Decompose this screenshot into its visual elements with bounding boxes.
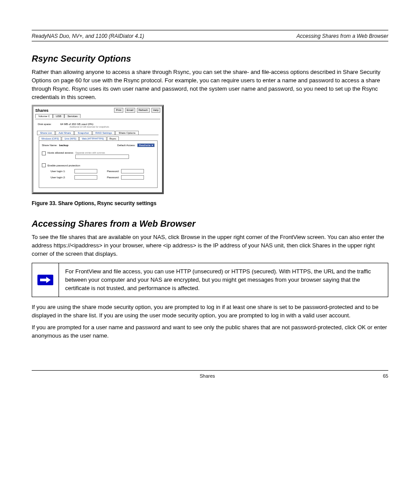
shot-ptab-rsync[interactable]: Rsync: [107, 136, 119, 140]
shot-hosts-label: Hosts allowed access:: [48, 151, 74, 154]
shot-tab-snapshot[interactable]: Snapshot: [74, 131, 92, 135]
shot-password2-input[interactable]: [121, 175, 144, 180]
shot-tab-share-list[interactable]: Share List: [37, 131, 55, 135]
figure-caption: Figure 33. Share Options, Rsync security…: [32, 200, 388, 206]
accessing-shares-p1: To see the file shares that are availabl…: [32, 233, 388, 258]
shot-top-tabs: Volume C USB Services: [35, 114, 160, 118]
shot-share-name-label: Share Name:: [42, 144, 57, 147]
shot-title: Shares: [35, 108, 48, 113]
shot-inner-tabs: Share List Add Share Snapshot RAID Setti…: [37, 131, 158, 135]
shot-protocol-tabs: Windows [CIFS] Unix [NFS] Web [HTTP/HTTP…: [39, 136, 158, 141]
shot-help-button[interactable]: Help: [151, 108, 160, 113]
page-footer: Shares 65: [32, 371, 388, 379]
shot-print-button[interactable]: Print: [114, 108, 123, 113]
section-title-accessing-shares: Accessing Shares from a Web Browser: [32, 219, 388, 229]
note-box: For FrontView and file access, you can u…: [32, 263, 388, 298]
shot-refresh-button[interactable]: Refresh: [137, 108, 150, 113]
shot-tab-share-options[interactable]: Share Options: [115, 131, 138, 135]
shot-tab-usb[interactable]: USB: [53, 114, 64, 118]
header-right: Accessing Shares from a Web Browser: [296, 33, 388, 39]
screenshot-share-options-rsync: Shares Print Email Refresh Help Volume C…: [32, 105, 164, 194]
header-left: ReadyNAS Duo, NV+, and 1100 (RAIDiator 4…: [32, 33, 144, 39]
shot-top-buttons: Print Email Refresh Help: [113, 108, 160, 113]
shot-tab-volume-c[interactable]: Volume C: [35, 114, 53, 118]
shot-tab-services[interactable]: Services: [64, 114, 81, 118]
shot-user-login1-label: User login 1:: [51, 170, 73, 173]
shot-ptab-nfs[interactable]: Unix [NFS]: [62, 136, 79, 140]
shot-email-button[interactable]: Email: [125, 108, 135, 113]
intro-paragraph: Rather than allowing anyone to access a …: [32, 68, 388, 101]
shot-enable-password-checkbox[interactable]: [42, 163, 46, 167]
note-icon-cell: [32, 263, 59, 297]
header-rule-bottom: [32, 41, 388, 41]
shot-default-access-select[interactable]: Read/write: [137, 143, 155, 147]
shot-disk-label: Disk space:: [38, 123, 52, 125]
footer-page-number: 65: [383, 373, 388, 379]
page-header: ReadyNAS Duo, NV+, and 1100 (RAIDiator 4…: [32, 30, 388, 41]
shot-password1-input[interactable]: [121, 169, 144, 173]
accessing-shares-p2: If you are using the share mode security…: [32, 303, 388, 320]
section-title-rsync-security: Rsync Security Options: [32, 54, 388, 64]
shot-password1-label: Password:: [107, 170, 119, 173]
footer-center: Shares: [32, 373, 383, 379]
shot-hosts-hint: Separate entries with commas: [75, 151, 155, 154]
shot-disk-subtext: Additional 10 GB reserved for snapshots: [35, 125, 160, 128]
shot-ptab-http[interactable]: Web [HTTP/HTTPS]: [79, 136, 107, 140]
shot-user-login2-label: User login 2:: [51, 176, 73, 179]
shot-rsync-panel: Share Name: backup Default Access: Read/…: [39, 141, 158, 188]
shot-share-name-value: backup: [59, 144, 68, 147]
shot-user-login1-input[interactable]: [74, 169, 97, 173]
shot-password2-label: Password:: [107, 176, 119, 179]
shot-default-access-label: Default Access:: [117, 144, 135, 147]
shot-tab-raid-settings[interactable]: RAID Settings: [92, 131, 115, 135]
shot-tab-add-share[interactable]: Add Share: [55, 131, 74, 135]
arrow-right-icon: [37, 275, 53, 285]
shot-hosts-input[interactable]: [75, 155, 129, 159]
shot-user-login2-input[interactable]: [74, 175, 97, 180]
shot-ptab-cifs[interactable]: Windows [CIFS]: [39, 136, 61, 140]
shot-enable-password-label: Enable password protection: [48, 164, 80, 167]
accessing-shares-p3: If you are prompted for a user name and …: [32, 324, 388, 340]
shot-hosts-checkbox[interactable]: [42, 151, 46, 155]
note-text: For FrontView and file access, you can u…: [59, 263, 388, 297]
